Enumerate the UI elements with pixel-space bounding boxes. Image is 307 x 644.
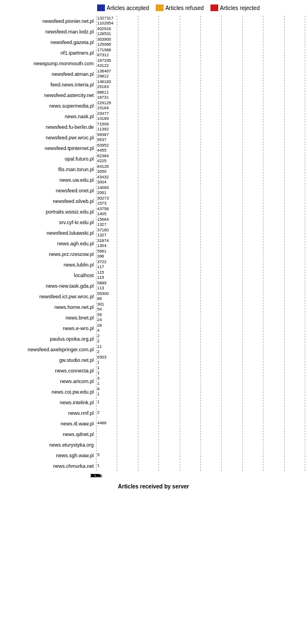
bars-inner: 1327317110285440291612853130390012506617… (96, 16, 305, 471)
bar-values-23: 3722117 (97, 260, 107, 269)
bar-value-bot-26: 86 (97, 297, 109, 301)
bar-row-29: 284 (96, 323, 305, 333)
bar-values-6: 14618325163 (97, 80, 111, 89)
bar-row-33: 11 (96, 365, 305, 376)
bar-values-3: 17198887312 (97, 48, 111, 57)
row-label-8: news.supermedia.pl (2, 100, 96, 111)
bar-value-bot-30: 2 (97, 339, 99, 343)
bar-value-top-38: 4486 (97, 421, 107, 425)
bar-row-21: 318741304 (96, 238, 305, 249)
bar-value-bot-5: 29812 (97, 74, 111, 79)
bar-value-bot-11: 9537 (97, 138, 109, 142)
bar-value-bot-32: 1 (97, 360, 107, 365)
legend-accepted-box (97, 4, 105, 11)
bar-row-39 (96, 429, 305, 439)
bar-row-24: 115115 (96, 270, 305, 280)
legend: Articles accepted Articles refused Artic… (97, 4, 305, 11)
bar-values-41: 5 (97, 453, 99, 457)
bar-values-26: 9530086 (97, 292, 109, 301)
bar-row-12: 639524455 (96, 143, 305, 153)
row-label-10: newsfeed.fu-berlin.de (2, 122, 96, 132)
labels-column: newsfeed.pionier.net.plnewsfeed.man.lodz… (2, 16, 96, 471)
bar-value-bot-24: 115 (97, 275, 104, 280)
bar-row-35: 81 (96, 386, 305, 397)
bar-values-5: 13646729812 (97, 69, 111, 79)
row-label-4: newspump.monmouth.com (2, 58, 96, 69)
bar-row-36: 1 (96, 397, 305, 408)
row-label-38: news.itl.waw.pl (2, 418, 96, 429)
bar-value-bot-29: 4 (97, 328, 102, 333)
bar-value-bot-2: 125066 (97, 42, 111, 47)
bar-value-bot-9: 14189 (97, 117, 109, 121)
bar-values-38: 4486 (97, 421, 107, 425)
bar-values-14: 841263050 (97, 164, 109, 174)
row-label-32: gw.studio.net.pl (2, 355, 96, 365)
bar-values-1: 402916128531 (97, 27, 111, 36)
bar-value-bot-23: 117 (97, 265, 107, 269)
bar-value-top-42: 1 (97, 463, 99, 468)
gridline-100 (305, 16, 305, 471)
row-label-29: news.e-wro.pl (2, 323, 96, 333)
bar-value-bot-6: 25163 (97, 85, 111, 89)
bar-row-3: 17198887312 (96, 47, 305, 58)
bar-values-21: 318741304 (97, 239, 109, 248)
row-label-11: newsfeed.pwr.wroc.pl (2, 132, 96, 143)
bar-row-28: 5924 (96, 312, 305, 323)
bar-values-17: 302731573 (97, 196, 109, 206)
bar-row-26: 9530086 (96, 291, 305, 302)
row-label-17: newsfeed.silveb.pl (2, 196, 96, 206)
bar-value-bot-35: 1 (97, 392, 99, 396)
legend-rejected-label: Articles rejected (220, 5, 260, 11)
bar-value-bot-27: 54 (97, 307, 104, 312)
bar-values-8: 22912915164 (97, 101, 111, 110)
bar-value-bot-4: 43122 (97, 64, 111, 68)
bar-value-bot-0: 1102854 (97, 21, 113, 26)
bars-column: 1327317110285440291612853130390012506617… (96, 16, 305, 471)
bar-value-bot-17: 1573 (97, 201, 109, 206)
bar-values-13: 623844225 (97, 154, 109, 163)
row-label-16: newsfeed.onet.pl (2, 185, 96, 196)
bar-row-25: 5889113 (96, 280, 305, 291)
row-label-18: portraits.wsisiz.edu.pl (2, 206, 96, 217)
row-label-2: newsfeed.gazeta.pl (2, 37, 96, 47)
bar-row-20: 371601327 (96, 227, 305, 238)
bar-values-42: 1 (97, 463, 99, 468)
row-label-15: news.uw.edu.pl (2, 175, 96, 185)
bar-value-bot-1: 128531 (97, 32, 111, 36)
bar-row-38: 4486 (96, 418, 305, 429)
legend-rejected-box (210, 4, 218, 11)
bar-value-bot-25: 113 (97, 286, 107, 290)
bar-row-15: 434323004 (96, 175, 305, 185)
bar-values-2: 303900125066 (97, 37, 111, 47)
row-label-41: news.sgh.waw.pl (2, 450, 96, 461)
bar-values-7: 8861118731 (97, 90, 109, 100)
bar-value-bot-34: 1 (97, 381, 99, 386)
bar-values-0: 13273171102854 (97, 16, 113, 26)
bar-row-10: 7150611392 (96, 122, 305, 132)
row-label-21: news.agh.edu.pl (2, 238, 96, 249)
bar-values-33: 11 (97, 366, 99, 375)
bar-row-5: 13646729812 (96, 69, 305, 79)
bar-values-19: 156641327 (97, 217, 109, 227)
row-label-1: newsfeed.man.lodz.pl (2, 26, 96, 37)
row-label-33: news.connecta.pl (2, 365, 96, 376)
bar-values-22: 5961396 (97, 249, 107, 259)
row-label-26: newsfeed.ict.pwr.wroc.pl (2, 291, 96, 302)
row-label-42: news.chmurka.net (2, 461, 96, 471)
bar-row-17: 302731573 (96, 196, 305, 206)
bar-values-28: 5924 (97, 313, 102, 322)
bar-row-2: 303900125066 (96, 37, 305, 47)
bar-values-4: 16733543122 (97, 59, 111, 68)
legend-accepted-label: Articles accepted (107, 5, 149, 11)
row-label-34: news.artcom.pl (2, 376, 96, 386)
bar-values-20: 371601327 (97, 228, 109, 238)
row-label-25: news-new.task.gda.pl (2, 280, 96, 291)
legend-accepted: Articles accepted (97, 4, 149, 11)
bar-values-31: 112 (97, 345, 102, 354)
bar-row-13: 623844225 (96, 153, 305, 164)
row-label-40: news.eturystyka.org (2, 439, 96, 450)
row-label-5: newsfeed.atman.pl (2, 69, 96, 79)
bar-values-9: 2347714189 (97, 112, 109, 121)
bar-value-bot-15: 3004 (97, 180, 109, 185)
bar-value-bot-16: 2061 (97, 191, 109, 195)
